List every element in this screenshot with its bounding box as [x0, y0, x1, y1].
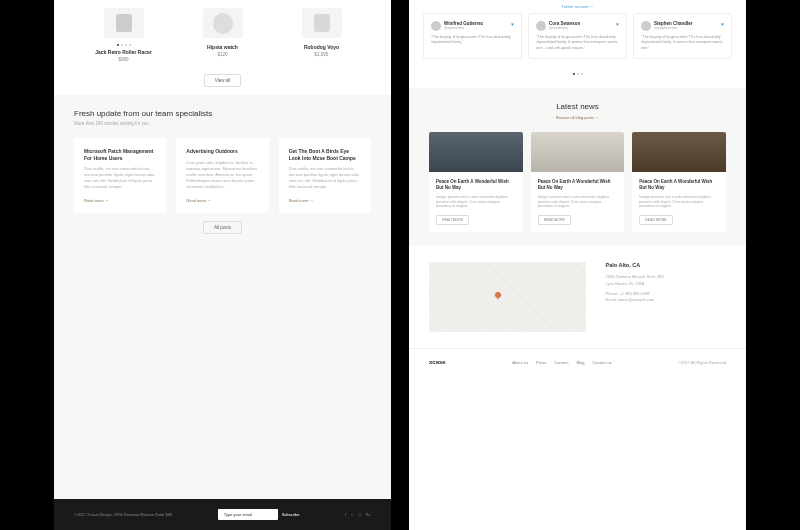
- blog-card[interactable]: Advertising Outdoors Cras justo odio, da…: [176, 138, 268, 213]
- nav-link[interactable]: Blog: [576, 360, 584, 365]
- news-card[interactable]: Peace On Earth A Wonderful Wish But No W…: [632, 132, 726, 232]
- product-price: $120: [173, 52, 272, 57]
- blog-card-body: Duis mollis, est non commodo luctus, nis…: [289, 166, 361, 190]
- nav-link[interactable]: Press: [536, 360, 546, 365]
- product-name: Robodog Voyo: [272, 44, 371, 50]
- product-card[interactable]: Robodog Voyo $1,095: [272, 8, 371, 62]
- footer-copyright: ©2017 Xcase.Design, 2956 Gaetano Mission…: [74, 512, 172, 517]
- product-card[interactable]: Jack Retro Roller Racer $980: [74, 8, 173, 62]
- tweet-handle: @stephernson: [654, 26, 693, 30]
- read-more-link[interactable]: Read more →: [84, 198, 156, 203]
- browse-all-link[interactable]: Browse all blog posts →: [429, 115, 726, 120]
- twitter-icon: ♥: [511, 21, 514, 27]
- product-price: $980: [74, 57, 173, 62]
- blog-card-body: Duis mollis, est non commodo luctus, nis…: [84, 166, 156, 190]
- news-card-body: Integer posuere erat a ante venenatis da…: [436, 195, 516, 210]
- email-input[interactable]: Type your email: [218, 509, 278, 520]
- news-image: [531, 132, 625, 172]
- address-region: Lynn Haven, FL, USA: [606, 281, 726, 287]
- nav-link[interactable]: Contact us: [592, 360, 611, 365]
- nav-link[interactable]: Careers: [554, 360, 568, 365]
- address-city: Palo Alto, CA: [606, 262, 726, 268]
- product-image: [104, 8, 144, 38]
- news-card[interactable]: Peace On Earth A Wonderful Wish But No W…: [429, 132, 523, 232]
- news-card-body: Integer posuere erat a ante venenatis da…: [538, 195, 618, 210]
- google-icon[interactable]: G+: [366, 512, 371, 517]
- footer-dark: ©2017 Xcase.Design, 2956 Gaetano Mission…: [54, 499, 391, 530]
- product-price: $1,095: [272, 52, 371, 57]
- blog-section: Fresh update from our team specialists M…: [54, 95, 391, 499]
- twitter-icon[interactable]: t: [351, 512, 352, 517]
- footer-nav: About us Press Careers Blog Contact us: [512, 360, 611, 365]
- product-name: Hipsta watch: [173, 44, 272, 50]
- avatar: [536, 21, 546, 31]
- read-more-link[interactable]: Read more →: [186, 198, 258, 203]
- blog-card-title: Microsoft Patch Management For Home User…: [84, 148, 156, 161]
- all-posts-button[interactable]: All posts: [203, 221, 242, 234]
- tweet-body: "The buying of large-screen TVs has abso…: [536, 35, 619, 51]
- news-card-title: Peace On Earth A Wonderful Wish But No W…: [538, 179, 618, 191]
- twitter-icon: ♥: [721, 21, 724, 27]
- tweet-handle: @winmehew: [444, 26, 483, 30]
- address-block: Palo Alto, CA 2956 Gaetano Mission Suite…: [606, 262, 726, 304]
- news-card-title: Peace On Earth A Wonderful Wish But No W…: [639, 179, 719, 191]
- product-row: Jack Retro Roller Racer $980 Hipsta watc…: [54, 0, 391, 66]
- map-pin-icon: [494, 290, 502, 298]
- nav-link[interactable]: About us: [512, 360, 528, 365]
- footer-light: xcase About us Press Careers Blog Contac…: [409, 348, 746, 375]
- news-card-body: Integer posuere erat a ante venenatis da…: [639, 195, 719, 210]
- blog-card-title: Advertising Outdoors: [186, 148, 258, 155]
- blog-card-body: Cras justo odio, dapibus ac facilisis in…: [186, 160, 258, 190]
- tweet-card[interactable]: Cora Swanson@corabeary♥ "The buying of l…: [528, 13, 627, 59]
- map[interactable]: [429, 262, 586, 332]
- read-more-button[interactable]: READ MORE: [436, 215, 469, 225]
- news-image: [632, 132, 726, 172]
- news-image: [429, 132, 523, 172]
- blog-card[interactable]: Get The Boot A Birds Eye Look Into Mcse …: [279, 138, 371, 213]
- tweet-card[interactable]: Winifred Gutierrez@winmehew♥ "The buying…: [423, 13, 522, 59]
- blog-card-title: Get The Boot A Birds Eye Look Into Mcse …: [289, 148, 361, 161]
- news-card[interactable]: Peace On Earth A Wonderful Wish But No W…: [531, 132, 625, 232]
- blog-card[interactable]: Microsoft Patch Management For Home User…: [74, 138, 166, 213]
- page-right-mock: Twitter account → Winifred Gutierrez@win…: [409, 0, 746, 530]
- logo[interactable]: xcase: [429, 359, 446, 365]
- product-name: Jack Retro Roller Racer: [74, 49, 173, 55]
- read-more-button[interactable]: READ MORE: [538, 215, 571, 225]
- avatar: [641, 21, 651, 31]
- section-title: Latest news: [429, 102, 726, 111]
- tweet-handle: @corabeary: [549, 26, 580, 30]
- view-all-button[interactable]: View all: [204, 74, 241, 87]
- product-card[interactable]: Hipsta watch $120: [173, 8, 272, 62]
- tweets-row: Winifred Gutierrez@winmehew♥ "The buying…: [409, 13, 746, 69]
- carousel-dots: [74, 44, 173, 46]
- page-left-mock: Jack Retro Roller Racer $980 Hipsta watc…: [54, 0, 391, 530]
- section-title: Fresh update from our team specialists: [74, 109, 371, 118]
- read-more-button[interactable]: READ MORE: [639, 215, 672, 225]
- avatar: [431, 21, 441, 31]
- twitter-icon: ♥: [616, 21, 619, 27]
- tweet-card[interactable]: Stephen Chandler@stephernson♥ "The buyin…: [633, 13, 732, 59]
- read-more-link[interactable]: Read more →: [289, 198, 361, 203]
- address-email: Email: admin@sample.com: [606, 297, 726, 303]
- tweet-body: "The buying of large-screen TVs has abso…: [431, 35, 514, 46]
- product-image: [203, 8, 243, 38]
- section-subtitle: More than 240 articles waiting for you: [74, 121, 371, 126]
- news-section: Latest news Browse all blog posts → Peac…: [409, 88, 746, 246]
- map-section: Palo Alto, CA 2956 Gaetano Mission Suite…: [409, 246, 746, 348]
- facebook-icon[interactable]: f: [345, 512, 346, 517]
- news-card-title: Peace On Earth A Wonderful Wish But No W…: [436, 179, 516, 191]
- instagram-icon[interactable]: ◻: [358, 512, 361, 517]
- tweet-body: "The buying of large-screen TVs has abso…: [641, 35, 724, 51]
- footer-copyright: ©2017 All Rights Reserved: [678, 360, 726, 365]
- twitter-account-link[interactable]: Twitter account →: [409, 0, 746, 13]
- product-image: [302, 8, 342, 38]
- social-icons: f t ◻ G+: [345, 512, 371, 517]
- subscribe-button[interactable]: Subscribe: [282, 512, 300, 517]
